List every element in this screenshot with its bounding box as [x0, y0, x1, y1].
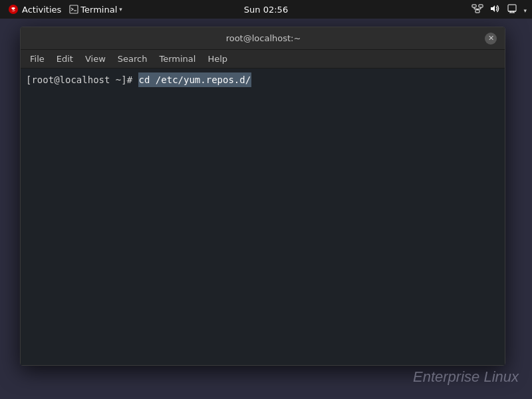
network-icon [471, 4, 483, 13]
terminal-icon [69, 5, 78, 14]
topbar: Activities Terminal ▾ Sun 02:56 [0, 0, 532, 19]
topbar-clock: Sun 02:56 [244, 5, 288, 15]
terminal-content[interactable]: [root@localhost ~]# cd /etc/yum.repos.d/ [21, 68, 505, 365]
menu-help[interactable]: Help [202, 53, 233, 65]
svg-rect-5 [475, 10, 479, 13]
menu-view[interactable]: View [80, 53, 111, 65]
menu-edit[interactable]: Edit [51, 53, 78, 65]
window-title: root@localhost:~ [42, 33, 485, 43]
svg-rect-4 [479, 5, 483, 7]
terminal-window: root@localhost:~ ✕ File Edit View Search… [20, 27, 505, 366]
topbar-terminal-label: Terminal [80, 5, 117, 15]
menu-search[interactable]: Search [112, 53, 153, 65]
close-button[interactable]: ✕ [485, 33, 497, 45]
clock-text: Sun 02:56 [244, 5, 288, 15]
svg-rect-3 [472, 5, 476, 7]
menu-terminal[interactable]: Terminal [154, 53, 201, 65]
topbar-terminal-arrow: ▾ [119, 6, 122, 13]
svg-marker-10 [491, 5, 495, 12]
menu-bar: File Edit View Search Terminal Help [21, 50, 505, 68]
topbar-terminal-menu[interactable]: Terminal ▾ [69, 5, 122, 15]
terminal-command: cd /etc/yum.repos.d/ [138, 72, 252, 87]
svg-rect-11 [508, 5, 516, 11]
volume-icon [490, 4, 501, 13]
volume-icon-button[interactable] [490, 4, 501, 15]
activities-button[interactable]: Activities [5, 4, 64, 15]
desktop-watermark: Enterprise Linux [413, 368, 519, 386]
settings-icon-button[interactable] [507, 4, 517, 15]
topbar-left: Activities Terminal ▾ [5, 4, 122, 15]
menu-file[interactable]: File [25, 53, 50, 65]
activities-label: Activities [22, 5, 61, 15]
network-icon-button[interactable] [471, 4, 483, 15]
settings-icon [507, 4, 517, 13]
terminal-line-1: [root@localhost ~]# cd /etc/yum.repos.d/ [26, 72, 499, 87]
redhat-icon [8, 4, 19, 15]
title-bar: root@localhost:~ ✕ [21, 27, 505, 50]
desktop: Activities Terminal ▾ Sun 02:56 [0, 0, 532, 399]
topbar-dropdown-arrow[interactable]: ▾ [523, 5, 527, 15]
topbar-right: ▾ [471, 4, 527, 15]
terminal-prompt: [root@localhost ~]# [26, 72, 138, 87]
